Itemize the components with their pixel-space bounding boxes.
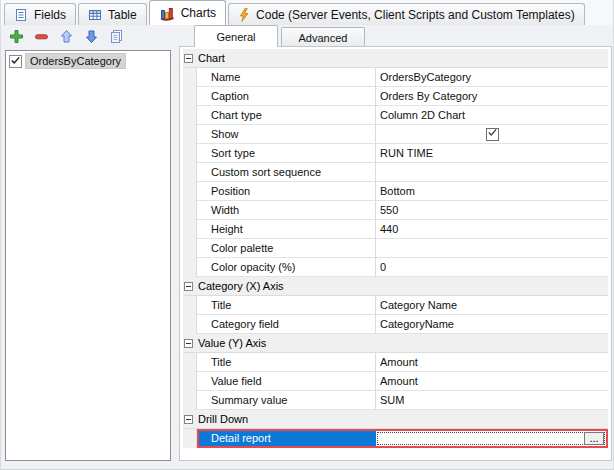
property-row-x-title[interactable]: Title Category Name [183,296,608,315]
group-header-value-y-axis[interactable]: Value (Y) Axis [183,334,608,353]
row-indent [183,391,197,410]
chart-list[interactable]: OrdersByCategory [5,50,171,461]
property-row-summary-value[interactable]: Summary value SUM [183,391,608,410]
property-row-color-opacity[interactable]: Color opacity (%) 0 [183,258,608,277]
row-indent [183,163,197,182]
tab-code[interactable]: Code (Server Events, Client Scripts and … [228,3,585,25]
property-value [376,125,608,144]
property-value[interactable]: Orders By Category [376,87,608,106]
chart-item-label[interactable]: OrdersByCategory [25,53,126,69]
row-indent [183,239,197,258]
move-down-button[interactable] [83,31,99,47]
property-value[interactable]: Amount [376,353,608,372]
property-row-chart-type[interactable]: Chart type Column 2D Chart [183,106,608,125]
property-value[interactable]: 550 [376,201,608,220]
property-label: Width [197,201,376,220]
property-value[interactable]: OrdersByCategory [376,68,608,87]
property-row-color-palette[interactable]: Color palette [183,239,608,258]
property-value[interactable] [376,163,608,182]
property-row-name[interactable]: Name OrdersByCategory [183,68,608,87]
property-label: Position [197,182,376,201]
property-row-height[interactable]: Height 440 [183,220,608,239]
tab-advanced[interactable]: Advanced [281,27,365,47]
collapse-icon[interactable] [184,415,193,424]
group-header-drill-down[interactable]: Drill Down [183,410,608,429]
check-icon [10,55,21,68]
property-row-show[interactable]: Show [183,125,608,144]
tab-fields[interactable]: Fields [4,3,76,25]
property-tabbar: General Advanced [179,25,368,47]
property-value[interactable]: Bottom [376,182,608,201]
property-row-value-field[interactable]: Value field Amount [183,372,608,391]
property-row-position[interactable]: Position Bottom [183,182,608,201]
property-label: Sort type [197,144,376,163]
property-value[interactable]: 440 [376,220,608,239]
chart-list-item[interactable]: OrdersByCategory [6,52,170,70]
group-label: Chart [198,52,225,64]
property-label: Custom sort sequence [197,163,376,182]
property-grid: Chart Name OrdersByCategory Caption Orde… [183,49,608,448]
group-label: Value (Y) Axis [198,337,266,349]
property-label: Category field [197,315,376,334]
property-row-y-title[interactable]: Title Amount [183,353,608,372]
row-indent [183,372,197,391]
property-value[interactable]: 0 [376,258,608,277]
group-label: Drill Down [198,413,248,425]
property-value[interactable] [376,239,608,258]
property-value[interactable]: SUM [376,391,608,410]
group-header-chart[interactable]: Chart [183,49,608,68]
property-value[interactable]: Amount [376,372,608,391]
property-row-caption[interactable]: Caption Orders By Category [183,87,608,106]
collapse-icon[interactable] [184,282,193,291]
row-indent [183,144,197,163]
property-row-sort-type[interactable]: Sort type RUN TIME [183,144,608,163]
tab-charts-label: Charts [181,6,216,20]
group-label: Category (X) Axis [198,280,284,292]
group-header-category-x-axis[interactable]: Category (X) Axis [183,277,608,296]
ellipsis-button[interactable]: ... [584,432,604,445]
tab-charts[interactable]: Charts [149,0,226,25]
add-chart-button[interactable] [8,31,24,47]
copy-chart-button[interactable] [108,31,124,47]
chart-item-checkbox[interactable] [9,55,22,68]
property-row-custom-sort-sequence[interactable]: Custom sort sequence [183,163,608,182]
property-value[interactable]: Category Name [376,296,608,315]
property-value[interactable]: CategoryName [376,315,608,334]
show-checkbox[interactable] [486,128,499,141]
row-indent [183,182,197,201]
tab-general-label: General [216,31,255,43]
property-row-category-field[interactable]: Category field CategoryName [183,315,608,334]
property-label: Summary value [197,391,376,410]
property-label: Color palette [197,239,376,258]
property-value[interactable]: RUN TIME [376,144,608,163]
arrow-up-icon [59,29,74,48]
property-label: Color opacity (%) [197,258,376,277]
row-indent [183,315,197,334]
chart-list-toolbar [8,30,124,47]
row-indent [183,87,197,106]
property-row-detail-report[interactable]: Detail report ... [183,429,608,448]
remove-chart-button[interactable] [33,31,49,47]
move-up-button[interactable] [58,31,74,47]
tab-general[interactable]: General [194,25,278,47]
row-indent [183,201,197,220]
minus-icon [34,29,49,48]
arrow-down-icon [84,29,99,48]
property-label: Height [197,220,376,239]
row-indent [183,125,197,144]
tab-table[interactable]: Table [78,3,147,25]
property-row-width[interactable]: Width 550 [183,201,608,220]
collapse-icon[interactable] [184,339,193,348]
property-label: Title [197,296,376,315]
property-value[interactable]: Column 2D Chart [376,106,608,125]
property-page: Chart Name OrdersByCategory Caption Orde… [179,46,612,461]
property-label: Value field [197,372,376,391]
property-label[interactable]: Detail report [199,431,376,446]
row-indent [183,429,197,448]
detail-report-editor[interactable]: ... [376,431,606,446]
collapse-icon[interactable] [184,54,193,63]
main-tabbar: Fields Table Charts Code (Server Events,… [1,0,613,25]
tab-advanced-label: Advanced [299,32,348,44]
tab-code-label: Code (Server Events, Client Scripts and … [256,8,575,22]
row-indent [183,353,197,372]
